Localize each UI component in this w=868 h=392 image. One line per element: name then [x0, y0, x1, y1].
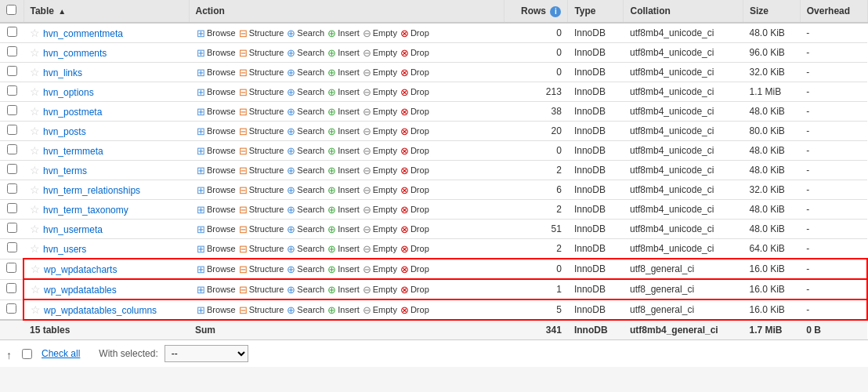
empty-action-link[interactable]: ⊖Empty: [363, 86, 397, 98]
search-action-link[interactable]: ⊕Search: [287, 86, 324, 98]
row-checkbox[interactable]: [7, 203, 17, 213]
browse-action-link[interactable]: ⊞Browse: [197, 27, 236, 39]
row-checkbox[interactable]: [7, 223, 17, 233]
search-action-link[interactable]: ⊕Search: [287, 145, 324, 157]
browse-action-link[interactable]: ⊞Browse: [197, 47, 236, 59]
select-all-header-checkbox[interactable]: [6, 5, 16, 15]
search-action-link[interactable]: ⊕Search: [287, 106, 324, 118]
favorite-star-icon[interactable]: ☆: [30, 164, 40, 176]
favorite-star-icon[interactable]: ☆: [30, 242, 40, 255]
empty-action-link[interactable]: ⊖Empty: [363, 165, 397, 176]
rows-info-icon[interactable]: i: [550, 6, 561, 17]
empty-action-link[interactable]: ⊖Empty: [363, 204, 397, 216]
favorite-star-icon[interactable]: ☆: [30, 223, 40, 235]
insert-action-link[interactable]: ⊕Insert: [327, 165, 360, 176]
structure-action-link[interactable]: ⊟Structure: [239, 304, 284, 316]
drop-action-link[interactable]: ⊗Drop: [400, 263, 429, 275]
favorite-star-icon[interactable]: ☆: [31, 263, 41, 275]
row-checkbox[interactable]: [7, 144, 17, 154]
favorite-star-icon[interactable]: ☆: [30, 144, 40, 157]
row-checkbox[interactable]: [6, 263, 16, 273]
empty-action-link[interactable]: ⊖Empty: [363, 125, 397, 137]
insert-action-link[interactable]: ⊕Insert: [327, 67, 360, 78]
drop-action-link[interactable]: ⊗Drop: [400, 125, 429, 137]
insert-action-link[interactable]: ⊕Insert: [327, 86, 360, 98]
table-name-link[interactable]: wp_wpdatatables: [44, 285, 117, 296]
check-all-checkbox[interactable]: [22, 349, 32, 359]
empty-action-link[interactable]: ⊖Empty: [363, 223, 397, 235]
favorite-star-icon[interactable]: ☆: [31, 283, 41, 296]
structure-action-link[interactable]: ⊟Structure: [239, 47, 284, 59]
row-checkbox[interactable]: [7, 66, 17, 76]
insert-action-link[interactable]: ⊕Insert: [327, 204, 360, 216]
table-name-link[interactable]: hvn_commentmeta: [43, 28, 123, 39]
browse-action-link[interactable]: ⊞Browse: [197, 284, 236, 296]
insert-action-link[interactable]: ⊕Insert: [327, 47, 360, 59]
structure-action-link[interactable]: ⊟Structure: [239, 204, 284, 216]
table-name-link[interactable]: hvn_usermeta: [43, 224, 103, 235]
insert-action-link[interactable]: ⊕Insert: [327, 106, 360, 118]
drop-action-link[interactable]: ⊗Drop: [400, 184, 429, 196]
table-name-link[interactable]: hvn_termmeta: [43, 146, 103, 157]
drop-action-link[interactable]: ⊗Drop: [400, 145, 429, 157]
insert-action-link[interactable]: ⊕Insert: [327, 304, 360, 316]
structure-action-link[interactable]: ⊟Structure: [239, 27, 284, 39]
browse-action-link[interactable]: ⊞Browse: [197, 223, 236, 235]
insert-action-link[interactable]: ⊕Insert: [327, 284, 360, 296]
header-rows[interactable]: Rows i: [505, 0, 568, 23]
table-name-link[interactable]: hvn_users: [43, 244, 86, 255]
table-name-link[interactable]: wp_wpdatatables_columns: [44, 305, 157, 316]
structure-action-link[interactable]: ⊟Structure: [239, 184, 284, 196]
empty-action-link[interactable]: ⊖Empty: [363, 304, 397, 316]
search-action-link[interactable]: ⊕Search: [287, 67, 324, 78]
scroll-up-icon[interactable]: ↑: [6, 349, 16, 358]
browse-action-link[interactable]: ⊞Browse: [197, 184, 236, 196]
row-checkbox[interactable]: [7, 183, 17, 194]
row-checkbox[interactable]: [7, 125, 17, 135]
browse-action-link[interactable]: ⊞Browse: [197, 204, 236, 216]
header-table[interactable]: Table ▲: [24, 0, 189, 23]
empty-action-link[interactable]: ⊖Empty: [363, 106, 397, 118]
search-action-link[interactable]: ⊕Search: [287, 223, 324, 235]
search-action-link[interactable]: ⊕Search: [287, 125, 324, 137]
favorite-star-icon[interactable]: ☆: [30, 66, 40, 78]
favorite-star-icon[interactable]: ☆: [30, 125, 40, 137]
row-checkbox[interactable]: [7, 85, 17, 96]
table-name-link[interactable]: hvn_terms: [43, 165, 87, 176]
table-name-link[interactable]: wp_wpdatacharts: [44, 264, 117, 275]
table-name-link[interactable]: hvn_links: [43, 67, 82, 78]
row-checkbox[interactable]: [7, 164, 17, 174]
favorite-star-icon[interactable]: ☆: [30, 203, 40, 216]
insert-action-link[interactable]: ⊕Insert: [327, 145, 360, 157]
drop-action-link[interactable]: ⊗Drop: [400, 27, 429, 39]
drop-action-link[interactable]: ⊗Drop: [400, 243, 429, 255]
empty-action-link[interactable]: ⊖Empty: [363, 184, 397, 196]
check-all-link[interactable]: Check all: [42, 348, 80, 359]
structure-action-link[interactable]: ⊟Structure: [239, 165, 284, 176]
browse-action-link[interactable]: ⊞Browse: [197, 125, 236, 137]
insert-action-link[interactable]: ⊕Insert: [327, 223, 360, 235]
row-checkbox[interactable]: [7, 46, 17, 56]
favorite-star-icon[interactable]: ☆: [30, 27, 40, 39]
favorite-star-icon[interactable]: ☆: [30, 183, 40, 196]
browse-action-link[interactable]: ⊞Browse: [197, 86, 236, 98]
structure-action-link[interactable]: ⊟Structure: [239, 67, 284, 78]
drop-action-link[interactable]: ⊗Drop: [400, 86, 429, 98]
favorite-star-icon[interactable]: ☆: [30, 105, 40, 118]
browse-action-link[interactable]: ⊞Browse: [197, 67, 236, 78]
browse-action-link[interactable]: ⊞Browse: [197, 165, 236, 176]
search-action-link[interactable]: ⊕Search: [287, 27, 324, 39]
empty-action-link[interactable]: ⊖Empty: [363, 67, 397, 78]
structure-action-link[interactable]: ⊟Structure: [239, 106, 284, 118]
favorite-star-icon[interactable]: ☆: [30, 85, 40, 98]
table-name-link[interactable]: hvn_postmeta: [43, 107, 102, 118]
favorite-star-icon[interactable]: ☆: [30, 46, 40, 59]
structure-action-link[interactable]: ⊟Structure: [239, 223, 284, 235]
favorite-star-icon[interactable]: ☆: [31, 303, 41, 316]
insert-action-link[interactable]: ⊕Insert: [327, 184, 360, 196]
structure-action-link[interactable]: ⊟Structure: [239, 125, 284, 137]
browse-action-link[interactable]: ⊞Browse: [197, 106, 236, 118]
empty-action-link[interactable]: ⊖Empty: [363, 145, 397, 157]
drop-action-link[interactable]: ⊗Drop: [400, 204, 429, 216]
search-action-link[interactable]: ⊕Search: [287, 284, 324, 296]
